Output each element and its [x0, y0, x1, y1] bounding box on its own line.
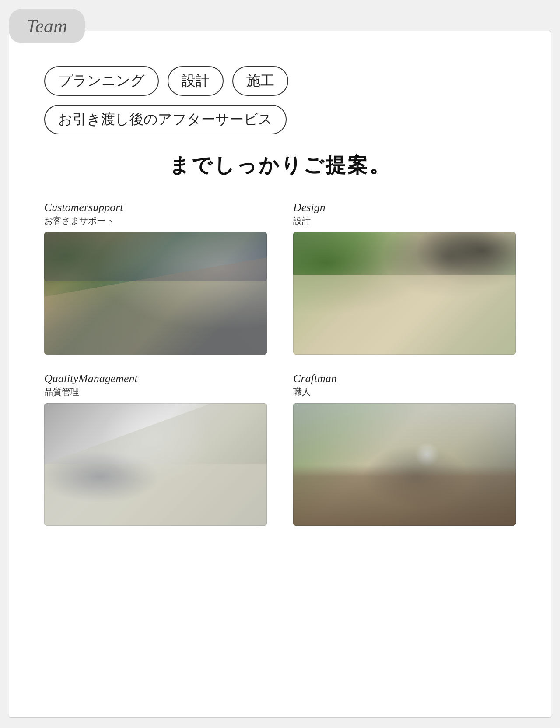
tags-row-2: お引き渡し後のアフターサービス: [44, 105, 516, 143]
customer-support-title-en: Customersupport: [44, 201, 267, 214]
team-item-craftman: Craftman 職人: [293, 372, 516, 526]
main-card: プランニング 設計 施工 お引き渡し後のアフターサービス までしっかりご提案。 …: [9, 31, 551, 718]
design-title-en: Design: [293, 201, 516, 214]
team-item-quality: QualityManagement 品質管理: [44, 372, 267, 526]
customer-support-title-ja: お客さまサポート: [44, 215, 267, 227]
quality-photo-inner: [44, 403, 267, 526]
quality-title-ja: 品質管理: [44, 386, 267, 398]
customer-support-photo-inner: [44, 232, 267, 355]
page-wrapper: Team プランニング 設計 施工 お引き渡し後のアフターサービス までしっかり…: [9, 9, 551, 718]
team-grid: Customersupport お客さまサポート Design 設計 Quali…: [44, 201, 516, 526]
customer-support-photo: [44, 232, 267, 355]
craftman-title-ja: 職人: [293, 386, 516, 398]
quality-title-en: QualityManagement: [44, 372, 267, 385]
team-item-customer-support: Customersupport お客さまサポート: [44, 201, 267, 355]
design-title-ja: 設計: [293, 215, 516, 227]
design-photo-inner: [293, 232, 516, 355]
craftman-photo-inner: [293, 403, 516, 526]
tags-row-1: プランニング 設計 施工: [44, 66, 516, 96]
craftman-title-en: Craftman: [293, 372, 516, 385]
tag-planning: プランニング: [44, 66, 159, 96]
tag-design: 設計: [168, 66, 224, 96]
team-item-design: Design 設計: [293, 201, 516, 355]
quality-photo: [44, 403, 267, 526]
design-photo: [293, 232, 516, 355]
tag-after-service: お引き渡し後のアフターサービス: [44, 105, 287, 134]
main-heading: までしっかりご提案。: [44, 152, 516, 179]
craftman-photo: [293, 403, 516, 526]
tag-construction: 施工: [232, 66, 288, 96]
team-label: Team: [9, 9, 85, 43]
